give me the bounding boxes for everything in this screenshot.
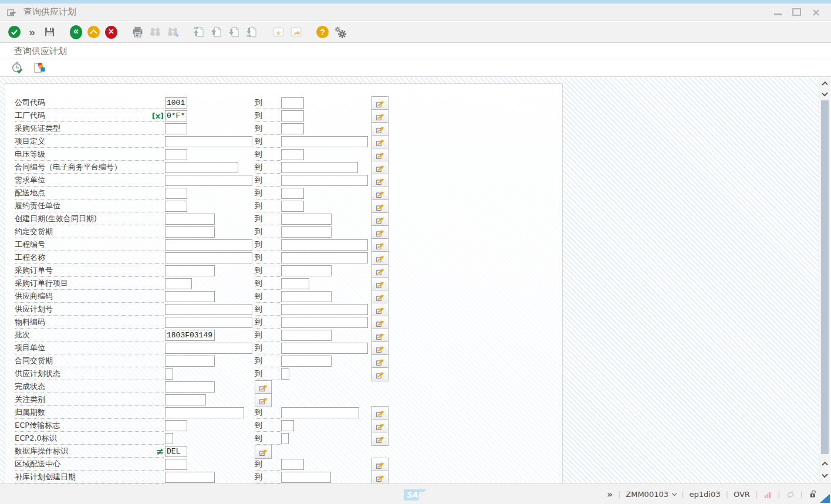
field-input-to[interactable] bbox=[281, 407, 359, 418]
field-input-to[interactable] bbox=[281, 252, 368, 263]
first-page-icon[interactable] bbox=[192, 25, 207, 40]
get-variant-icon[interactable] bbox=[32, 60, 47, 76]
field-input-to[interactable] bbox=[281, 330, 332, 341]
field-input-from[interactable] bbox=[165, 239, 252, 251]
field-input-to[interactable] bbox=[281, 188, 304, 199]
more-icon[interactable]: » bbox=[25, 25, 39, 40]
multi-select-button[interactable] bbox=[371, 354, 389, 368]
multi-select-button[interactable] bbox=[371, 432, 389, 446]
execute-icon[interactable] bbox=[9, 60, 24, 76]
insert-mode-indicator[interactable]: OVR bbox=[734, 490, 750, 499]
multi-select-button[interactable] bbox=[371, 212, 389, 226]
field-input-to[interactable] bbox=[281, 278, 309, 289]
scroll-down-icon[interactable] bbox=[819, 470, 830, 481]
field-input-to[interactable] bbox=[281, 149, 304, 160]
scroll-up-icon[interactable] bbox=[819, 458, 830, 469]
field-input-to[interactable] bbox=[281, 420, 294, 431]
field-input-from[interactable] bbox=[165, 420, 187, 431]
field-input-to[interactable] bbox=[281, 368, 289, 380]
customize-icon[interactable] bbox=[333, 25, 347, 40]
multi-select-button[interactable] bbox=[371, 161, 389, 175]
field-input-to[interactable] bbox=[281, 265, 332, 276]
field-input-from[interactable] bbox=[165, 226, 215, 238]
field-input-from[interactable] bbox=[165, 356, 215, 367]
field-input-from[interactable] bbox=[165, 368, 173, 380]
multi-select-button[interactable] bbox=[371, 471, 389, 484]
minimize-button[interactable] bbox=[774, 12, 782, 15]
multi-select-button[interactable] bbox=[371, 148, 389, 162]
previous-page-icon[interactable] bbox=[210, 25, 224, 40]
multi-select-button[interactable] bbox=[371, 238, 389, 252]
field-input-from[interactable] bbox=[165, 304, 252, 315]
field-input-from[interactable] bbox=[165, 291, 215, 302]
field-input-to[interactable] bbox=[281, 239, 368, 251]
field-input-to[interactable] bbox=[281, 214, 332, 225]
resize-grip[interactable] bbox=[820, 494, 830, 503]
multi-select-button[interactable] bbox=[371, 316, 389, 330]
status-more-icon[interactable]: » bbox=[607, 489, 613, 500]
scrollbar-thumb[interactable] bbox=[821, 100, 829, 454]
multi-select-button[interactable] bbox=[371, 187, 389, 201]
multi-select-button[interactable] bbox=[371, 109, 389, 123]
field-input-from[interactable] bbox=[165, 433, 173, 444]
field-input-to[interactable] bbox=[281, 304, 368, 315]
scroll-up-icon[interactable] bbox=[819, 78, 830, 89]
print-icon[interactable] bbox=[130, 25, 145, 40]
performance-icon[interactable] bbox=[763, 490, 772, 499]
field-input-from[interactable] bbox=[165, 175, 252, 186]
field-input-to[interactable] bbox=[281, 97, 304, 109]
field-input-from[interactable] bbox=[165, 214, 215, 225]
multi-select-button[interactable] bbox=[371, 367, 389, 381]
multi-select-button[interactable] bbox=[255, 445, 272, 459]
field-input-to[interactable] bbox=[281, 433, 289, 444]
chevron-down-icon[interactable] bbox=[672, 491, 677, 496]
maximize-button[interactable] bbox=[792, 8, 801, 16]
help-icon[interactable]: ? bbox=[315, 25, 330, 40]
multi-select-button[interactable] bbox=[255, 380, 272, 394]
field-input-from[interactable] bbox=[165, 278, 192, 289]
field-input-from[interactable] bbox=[165, 123, 187, 134]
field-input-from[interactable] bbox=[165, 446, 187, 457]
field-input-to[interactable] bbox=[281, 472, 331, 483]
field-input-to[interactable] bbox=[281, 136, 368, 147]
multi-select-button[interactable] bbox=[371, 303, 389, 317]
close-button[interactable]: × bbox=[812, 9, 820, 16]
field-input-from[interactable] bbox=[165, 343, 252, 354]
field-input-from[interactable] bbox=[165, 407, 244, 418]
vertical-scrollbar[interactable] bbox=[819, 77, 830, 483]
back-icon[interactable]: « bbox=[69, 25, 83, 40]
field-input-from[interactable] bbox=[165, 317, 252, 328]
field-input-from[interactable] bbox=[165, 330, 215, 341]
field-input-from[interactable] bbox=[165, 162, 238, 173]
multi-select-button[interactable] bbox=[371, 122, 389, 136]
field-input-from[interactable] bbox=[165, 459, 187, 470]
multi-select-button[interactable] bbox=[371, 174, 389, 188]
multi-select-button[interactable] bbox=[371, 406, 389, 420]
field-input-to[interactable] bbox=[281, 110, 304, 121]
field-input-from[interactable] bbox=[165, 472, 215, 483]
field-input-to[interactable] bbox=[281, 162, 358, 173]
field-input-from[interactable] bbox=[165, 149, 187, 160]
window-menu-icon[interactable] bbox=[7, 8, 18, 16]
field-input-from[interactable] bbox=[165, 394, 206, 405]
exit-icon[interactable] bbox=[86, 25, 101, 40]
multi-select-button[interactable] bbox=[371, 225, 389, 239]
field-input-from[interactable] bbox=[165, 252, 252, 263]
save-icon[interactable] bbox=[42, 25, 57, 40]
lock-icon[interactable] bbox=[808, 489, 818, 499]
multi-select-button[interactable] bbox=[255, 393, 272, 407]
field-input-to[interactable] bbox=[281, 356, 332, 367]
last-page-icon[interactable] bbox=[245, 25, 259, 40]
multi-select-button[interactable] bbox=[371, 96, 389, 110]
multi-select-button[interactable] bbox=[371, 341, 389, 356]
field-input-from[interactable] bbox=[165, 97, 187, 109]
next-page-icon[interactable] bbox=[227, 25, 242, 40]
multi-select-button[interactable] bbox=[371, 329, 389, 343]
multi-select-button[interactable] bbox=[371, 277, 389, 291]
field-input-from[interactable] bbox=[165, 265, 215, 276]
field-input-from[interactable] bbox=[165, 381, 215, 393]
multi-select-button[interactable] bbox=[371, 251, 389, 265]
field-input-to[interactable] bbox=[281, 201, 304, 212]
enter-icon[interactable] bbox=[7, 25, 22, 40]
field-input-to[interactable] bbox=[281, 343, 368, 354]
